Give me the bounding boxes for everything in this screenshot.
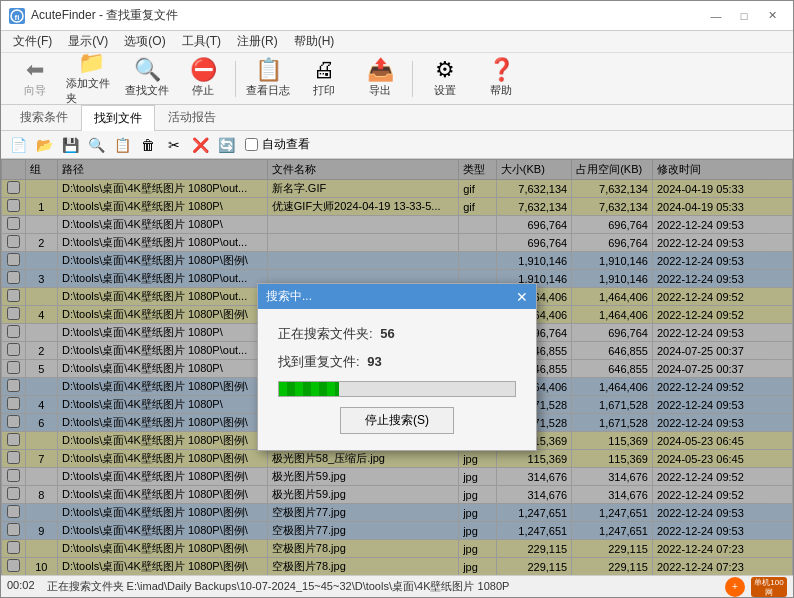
menu-help[interactable]: 帮助(H)	[286, 31, 343, 52]
find-files-icon: 🔍	[134, 59, 161, 81]
toolbar-separator	[235, 61, 236, 97]
print-button[interactable]: 🖨 打印	[298, 56, 350, 102]
delete-icon[interactable]: 🗑	[137, 134, 159, 156]
stop-button[interactable]: ⛔ 停止	[177, 56, 229, 102]
menu-file[interactable]: 文件(F)	[5, 31, 60, 52]
tab-search-conditions[interactable]: 搜索条件	[7, 104, 81, 130]
app-window: fi AcuteFinder - 查找重复文件 — □ ✕ 文件(F) 显示(V…	[0, 0, 794, 598]
menu-options[interactable]: 选项(O)	[116, 31, 173, 52]
title-bar-left: fi AcuteFinder - 查找重复文件	[9, 7, 178, 24]
auto-check-label: 自动查看	[262, 136, 310, 153]
svg-text:fi: fi	[15, 13, 20, 22]
search2-icon[interactable]: 🔍	[85, 134, 107, 156]
stop-icon: ⛔	[190, 59, 217, 81]
export-button[interactable]: 📤 导出	[354, 56, 406, 102]
found-files-count: 93	[367, 354, 381, 369]
view-log-button[interactable]: 📋 查看日志	[242, 56, 294, 102]
auto-check-container: 自动查看	[245, 136, 310, 153]
settings-button[interactable]: ⚙ 设置	[419, 56, 471, 102]
help-label: 帮助	[490, 83, 512, 98]
title-bar: fi AcuteFinder - 查找重复文件 — □ ✕	[1, 1, 793, 31]
move-icon[interactable]: ✂	[163, 134, 185, 156]
print-label: 打印	[313, 83, 335, 98]
tab-bar: 搜索条件 找到文件 活动报告	[1, 105, 793, 131]
toolbar: ⬅ 向导 📁 添加文件夹 🔍 查找文件 ⛔ 停止 📋 查看日志 🖨 打印 📤 导…	[1, 53, 793, 105]
toolbar2: 📄 📂 💾 🔍 📋 🗑 ✂ ❌ 🔄 自动查看	[1, 131, 793, 159]
content-area: 组 路径 文件名称 类型 大小(KB) 占用空间(KB) 修改时间 D:\too…	[1, 159, 793, 575]
find-files-button[interactable]: 🔍 查找文件	[121, 56, 173, 102]
search-progress-modal: 搜索中... ✕ 正在搜索文件夹: 56 找到重复文件: 93 停止搜	[257, 283, 537, 451]
close-button[interactable]: ✕	[759, 6, 785, 26]
maximize-button[interactable]: □	[731, 6, 757, 26]
export-icon: 📤	[367, 59, 394, 81]
status-message: 正在搜索文件夹 E:\imad\Daily Backups\10-07-2024…	[47, 579, 510, 594]
toolbar-separator2	[412, 61, 413, 97]
wizard-label: 向导	[24, 83, 46, 98]
cancel2-icon[interactable]: ❌	[189, 134, 211, 156]
window-title: AcuteFinder - 查找重复文件	[31, 7, 178, 24]
wizard-button[interactable]: ⬅ 向导	[9, 56, 61, 102]
scan-folder-row: 正在搜索文件夹: 56	[278, 325, 516, 343]
export-label: 导出	[369, 83, 391, 98]
tab-activity-report[interactable]: 活动报告	[155, 104, 229, 130]
help-button[interactable]: ❓ 帮助	[475, 56, 527, 102]
copy-icon[interactable]: 📋	[111, 134, 133, 156]
found-files-label: 找到重复文件:	[278, 354, 360, 369]
settings-icon: ⚙	[435, 59, 455, 81]
menu-tools[interactable]: 工具(T)	[174, 31, 229, 52]
modal-title-bar: 搜索中... ✕	[258, 284, 536, 309]
menu-bar: 文件(F) 显示(V) 选项(O) 工具(T) 注册(R) 帮助(H)	[1, 31, 793, 53]
help-icon: ❓	[488, 59, 515, 81]
status-time: 00:02	[7, 579, 35, 594]
progress-fill	[279, 382, 339, 396]
tab-found-files[interactable]: 找到文件	[81, 105, 155, 131]
add-folder-button[interactable]: 📁 添加文件夹	[65, 56, 117, 102]
modal-body: 正在搜索文件夹: 56 找到重复文件: 93 停止搜索(S)	[258, 309, 536, 450]
stop-label: 停止	[192, 83, 214, 98]
auto-check-checkbox[interactable]	[245, 138, 258, 151]
stop-search-button[interactable]: 停止搜索(S)	[340, 407, 454, 434]
danji-brand-logo: 单机100网danji100.com	[751, 577, 787, 597]
menu-view[interactable]: 显示(V)	[60, 31, 116, 52]
app-icon: fi	[9, 8, 25, 24]
add-folder-label: 添加文件夹	[66, 76, 116, 106]
status-bar: 00:02 正在搜索文件夹 E:\imad\Daily Backups\10-0…	[1, 575, 793, 597]
status-left: 00:02 正在搜索文件夹 E:\imad\Daily Backups\10-0…	[7, 579, 509, 594]
modal-title: 搜索中...	[266, 288, 312, 305]
modal-overlay: 搜索中... ✕ 正在搜索文件夹: 56 找到重复文件: 93 停止搜	[1, 159, 793, 575]
new-icon[interactable]: 📄	[7, 134, 29, 156]
settings-label: 设置	[434, 83, 456, 98]
title-controls: — □ ✕	[703, 6, 785, 26]
add-folder-status-icon[interactable]: +	[725, 577, 745, 597]
found-files-row: 找到重复文件: 93	[278, 353, 516, 371]
scan-folder-count: 56	[380, 326, 394, 341]
minimize-button[interactable]: —	[703, 6, 729, 26]
scan-folder-label: 正在搜索文件夹:	[278, 326, 373, 341]
view-log-icon: 📋	[255, 59, 282, 81]
wizard-icon: ⬅	[26, 59, 44, 81]
status-right: + 单机100网danji100.com	[725, 577, 787, 597]
find-files-label: 查找文件	[125, 83, 169, 98]
add-folder-icon: 📁	[78, 52, 105, 74]
modal-close-button[interactable]: ✕	[516, 289, 528, 305]
view-log-label: 查看日志	[246, 83, 290, 98]
refresh-icon[interactable]: 🔄	[215, 134, 237, 156]
progress-track	[278, 381, 516, 397]
save-icon[interactable]: 💾	[59, 134, 81, 156]
menu-register[interactable]: 注册(R)	[229, 31, 286, 52]
open-icon[interactable]: 📂	[33, 134, 55, 156]
print-icon: 🖨	[313, 59, 335, 81]
